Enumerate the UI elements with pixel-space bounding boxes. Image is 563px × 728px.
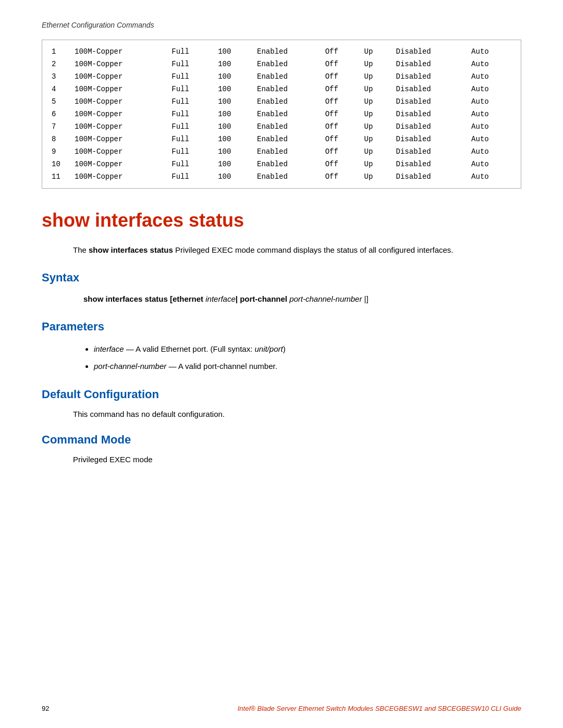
param-port-channel: port-channel-number — A valid port-chann… xyxy=(94,359,521,373)
syntax-content: show interfaces status [ethernet interfa… xyxy=(83,293,521,305)
page-title: show interfaces status xyxy=(42,209,521,231)
default-config-section: Default Configuration This command has n… xyxy=(42,388,521,418)
footer-page-number: 92 xyxy=(42,705,49,712)
desc-command-bold: show interfaces status xyxy=(89,245,173,254)
syntax-italic-2: port-channel-number xyxy=(289,294,362,303)
table-row: 11100M-CopperFull100EnabledOffUpDisabled… xyxy=(51,170,512,183)
parameters-content: interface — A valid Ethernet port. (Full… xyxy=(83,342,521,373)
interface-table: 1100M-CopperFull100EnabledOffUpDisabledA… xyxy=(51,45,512,183)
page-container: Ethernet Configuration Commands 1100M-Co… xyxy=(0,0,563,510)
param-interface: interface — A valid Ethernet port. (Full… xyxy=(94,342,521,356)
default-config-content: This command has no default configuratio… xyxy=(73,410,521,418)
table-row: 7100M-CopperFull100EnabledOffUpDisabledA… xyxy=(51,120,512,133)
command-mode-section: Command Mode Privileged EXEC mode xyxy=(42,433,521,464)
table-row: 3100M-CopperFull100EnabledOffUpDisabledA… xyxy=(51,70,512,83)
parameters-section: Parameters interface — A valid Ethernet … xyxy=(42,320,521,373)
table-row: 2100M-CopperFull100EnabledOffUpDisabledA… xyxy=(51,58,512,70)
page-footer: 92 Intel® Blade Server Ethernet Switch M… xyxy=(0,705,563,712)
default-config-heading: Default Configuration xyxy=(42,388,521,401)
command-mode-content: Privileged EXEC mode xyxy=(73,455,521,464)
syntax-pipe: |] xyxy=(362,294,368,303)
footer-doc-title: Intel® Blade Server Ethernet Switch Modu… xyxy=(238,705,521,712)
command-mode-heading: Command Mode xyxy=(42,433,521,447)
table-row: 9100M-CopperFull100EnabledOffUpDisabledA… xyxy=(51,145,512,158)
description-block: The show interfaces status Privileged EX… xyxy=(73,244,459,256)
table-row: 4100M-CopperFull100EnabledOffUpDisabledA… xyxy=(51,83,512,95)
parameters-list: interface — A valid Ethernet port. (Full… xyxy=(83,342,521,373)
table-row: 6100M-CopperFull100EnabledOffUpDisabledA… xyxy=(51,108,512,120)
table-row: 5100M-CopperFull100EnabledOffUpDisabledA… xyxy=(51,95,512,108)
interface-table-container: 1100M-CopperFull100EnabledOffUpDisabledA… xyxy=(42,40,521,189)
table-row: 1100M-CopperFull100EnabledOffUpDisabledA… xyxy=(51,45,512,58)
chapter-header: Ethernet Configuration Commands xyxy=(42,21,521,29)
syntax-section: Syntax show interfaces status [ethernet … xyxy=(42,271,521,305)
table-row: 10100M-CopperFull100EnabledOffUpDisabled… xyxy=(51,158,512,170)
parameters-heading: Parameters xyxy=(42,320,521,334)
syntax-heading: Syntax xyxy=(42,271,521,285)
table-row: 8100M-CopperFull100EnabledOffUpDisabledA… xyxy=(51,133,512,145)
desc-text-suffix: Privileged EXEC mode command displays th… xyxy=(173,245,454,254)
desc-text-prefix: The xyxy=(73,245,89,254)
syntax-bold-2: | port-channel xyxy=(236,294,289,303)
syntax-italic-1: interface xyxy=(205,294,236,303)
syntax-bold-1: show interfaces status [ethernet xyxy=(83,294,205,303)
